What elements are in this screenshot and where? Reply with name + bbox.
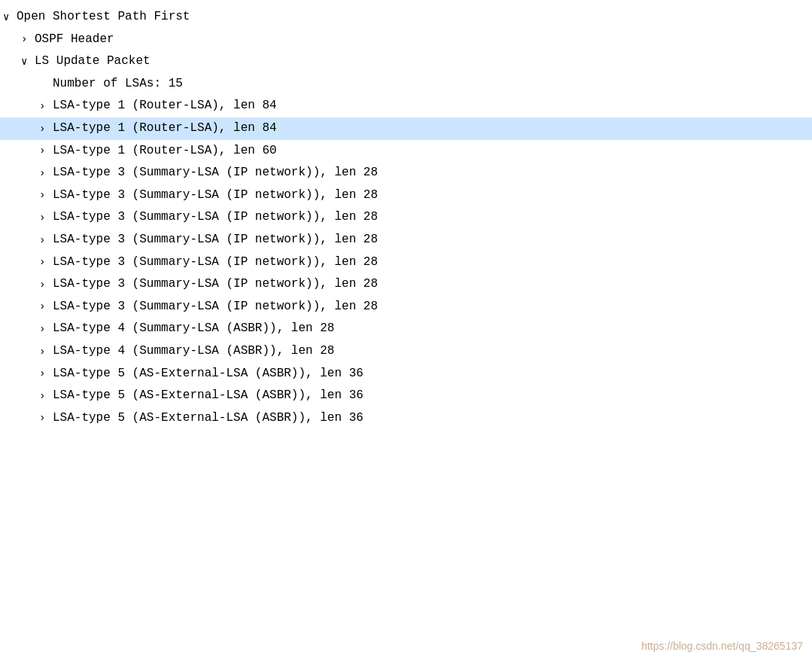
tree-item-16[interactable]: ›LSA-type 5 (AS-External-LSA (ASBR)), le…: [0, 385, 812, 407]
tree-item-5[interactable]: ›LSA-type 1 (Router-LSA), len 60: [0, 140, 812, 163]
toggle-icon-9[interactable]: ›: [39, 232, 50, 248]
item-label-9: LSA-type 3 (Summary-LSA (IP network)), l…: [53, 230, 378, 250]
root-toggle-icon[interactable]: ∨: [3, 9, 14, 26]
watermark: https://blog.csdn.net/qq_38265137: [641, 640, 803, 652]
item-label-0: OSPF Header: [35, 30, 114, 50]
item-label-2: Number of LSAs: 15: [53, 75, 183, 94]
tree-item-6[interactable]: ›LSA-type 3 (Summary-LSA (IP network)), …: [0, 162, 812, 184]
toggle-icon-14[interactable]: ›: [39, 343, 50, 360]
toggle-icon-3[interactable]: ›: [39, 98, 50, 114]
toggle-icon-6[interactable]: ›: [39, 165, 50, 181]
tree-item-4[interactable]: ›LSA-type 1 (Router-LSA), len 84: [0, 117, 812, 140]
tree-item-2[interactable]: Number of LSAs: 15: [0, 73, 812, 96]
tree-item-13[interactable]: ›LSA-type 4 (Summary-LSA (ASBR)), len 28: [0, 318, 812, 340]
item-label-17: LSA-type 5 (AS-External-LSA (ASBR)), len…: [53, 409, 363, 428]
tree-item-17[interactable]: ›LSA-type 5 (AS-External-LSA (ASBR)), le…: [0, 407, 812, 430]
item-label-10: LSA-type 3 (Summary-LSA (IP network)), l…: [53, 253, 378, 273]
toggle-icon-13[interactable]: ›: [39, 321, 50, 337]
tree-item-10[interactable]: ›LSA-type 3 (Summary-LSA (IP network)), …: [0, 251, 812, 274]
toggle-icon-0[interactable]: ›: [21, 31, 32, 47]
item-label-11: LSA-type 3 (Summary-LSA (IP network)), l…: [53, 275, 378, 294]
item-label-6: LSA-type 3 (Summary-LSA (IP network)), l…: [53, 163, 378, 183]
toggle-icon-17[interactable]: ›: [39, 410, 50, 426]
tree-item-7[interactable]: ›LSA-type 3 (Summary-LSA (IP network)), …: [0, 184, 812, 207]
item-label-1: LS Update Packet: [35, 52, 151, 72]
toggle-icon-7[interactable]: ›: [39, 187, 50, 203]
tree-item-0[interactable]: ›OSPF Header: [0, 29, 812, 51]
packet-tree: ∨ Open Shortest Path First ›OSPF Header∨…: [0, 0, 812, 435]
tree-item-15[interactable]: ›LSA-type 5 (AS-External-LSA (ASBR)), le…: [0, 363, 812, 385]
toggle-icon-10[interactable]: ›: [39, 254, 50, 270]
item-label-7: LSA-type 3 (Summary-LSA (IP network)), l…: [53, 186, 378, 206]
toggle-icon-16[interactable]: ›: [39, 388, 50, 404]
item-label-5: LSA-type 1 (Router-LSA), len 60: [53, 142, 277, 161]
toggle-icon-15[interactable]: ›: [39, 365, 50, 382]
item-label-13: LSA-type 4 (Summary-LSA (ASBR)), len 28: [53, 319, 334, 339]
root-item[interactable]: ∨ Open Shortest Path First: [0, 6, 812, 29]
tree-item-12[interactable]: ›LSA-type 3 (Summary-LSA (IP network)), …: [0, 296, 812, 318]
item-label-12: LSA-type 3 (Summary-LSA (IP network)), l…: [53, 297, 378, 317]
tree-item-3[interactable]: ›LSA-type 1 (Router-LSA), len 84: [0, 95, 812, 117]
tree-item-14[interactable]: ›LSA-type 4 (Summary-LSA (ASBR)), len 28: [0, 340, 812, 363]
item-label-14: LSA-type 4 (Summary-LSA (ASBR)), len 28: [53, 342, 334, 361]
toggle-icon-8[interactable]: ›: [39, 209, 50, 226]
tree-item-9[interactable]: ›LSA-type 3 (Summary-LSA (IP network)), …: [0, 229, 812, 251]
toggle-icon-11[interactable]: ›: [39, 276, 50, 293]
tree-item-11[interactable]: ›LSA-type 3 (Summary-LSA (IP network)), …: [0, 273, 812, 296]
item-label-8: LSA-type 3 (Summary-LSA (IP network)), l…: [53, 208, 378, 227]
item-label-3: LSA-type 1 (Router-LSA), len 84: [53, 96, 277, 116]
tree-item-8[interactable]: ›LSA-type 3 (Summary-LSA (IP network)), …: [0, 206, 812, 229]
toggle-icon-12[interactable]: ›: [39, 298, 50, 315]
item-label-15: LSA-type 5 (AS-External-LSA (ASBR)), len…: [53, 364, 363, 384]
toggle-icon-4[interactable]: ›: [39, 120, 50, 137]
root-label: Open Shortest Path First: [17, 8, 190, 27]
toggle-icon-1[interactable]: ∨: [21, 53, 32, 70]
toggle-icon-5[interactable]: ›: [39, 142, 50, 159]
item-label-4: LSA-type 1 (Router-LSA), len 84: [53, 119, 277, 139]
tree-item-1[interactable]: ∨LS Update Packet: [0, 50, 812, 73]
item-label-16: LSA-type 5 (AS-External-LSA (ASBR)), len…: [53, 386, 363, 406]
